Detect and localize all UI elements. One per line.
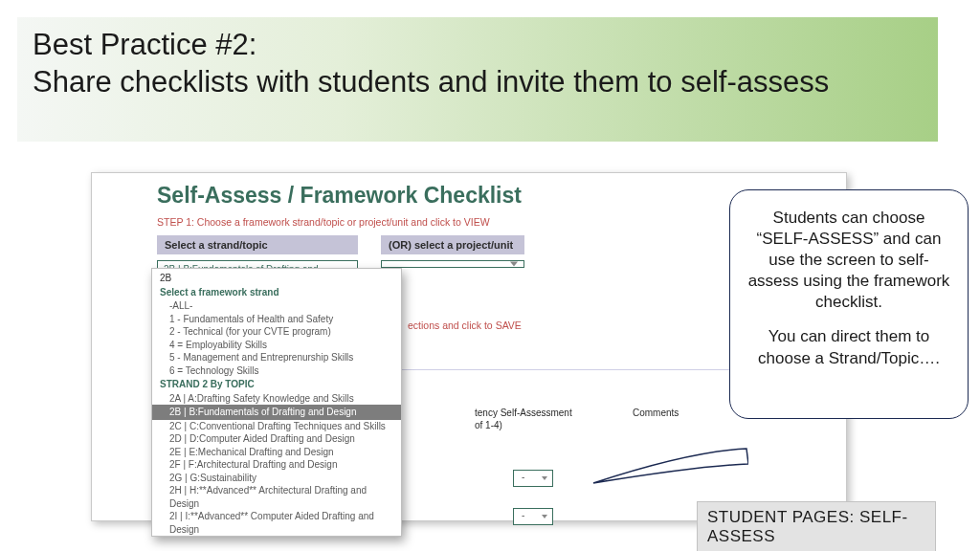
column-header-comments: Comments: [633, 408, 679, 418]
strand-select-label: Select a strand/topic: [157, 235, 358, 254]
callout-bubble: Students can choose “SELF-ASSESS” and ca…: [729, 189, 969, 419]
dropdown-option[interactable]: 2 - Technical (for your CVTE program): [152, 325, 401, 339]
dropdown-option[interactable]: 2D | D:Computer Aided Drafting and Desig…: [152, 432, 401, 446]
callout-p2: You can direct them to choose a Strand/T…: [746, 326, 952, 368]
project-select-block: (OR) select a project/unit: [381, 235, 524, 268]
callout-p1: Students can choose “SELF-ASSESS” and ca…: [746, 208, 952, 313]
dropdown-current: 2B: [152, 269, 401, 285]
dropdown-option[interactable]: 6 = Technology Skills: [152, 364, 401, 378]
dropdown-option[interactable]: 2E | E:Mechanical Drafting and Design: [152, 446, 401, 459]
panel-heading: Self-Assess / Framework Checklist: [157, 183, 825, 209]
strand-dropdown-list[interactable]: 2B Select a framework strand -ALL-1 - Fu…: [151, 268, 402, 537]
dropdown-option[interactable]: 1 - Fundamentals of Health and Safety: [152, 313, 401, 326]
callout-tail: [584, 447, 748, 485]
dropdown-option[interactable]: 2I | I:**Advanced** Computer Aided Draft…: [152, 510, 401, 536]
dropdown-option[interactable]: 2C | C:Conventional Drafting Techniques …: [152, 420, 401, 433]
column-header-competency: tency Self-Assessment of 1-4): [475, 408, 572, 431]
rating-value: -: [522, 510, 524, 520]
dropdown-option[interactable]: 4 = Employability Skills: [152, 339, 401, 352]
rating-select-1[interactable]: -: [513, 470, 553, 487]
rating-value: -: [522, 472, 524, 482]
rating-select-2[interactable]: -: [513, 508, 553, 525]
project-select-label: (OR) select a project/unit: [381, 235, 524, 254]
project-select[interactable]: [381, 260, 524, 268]
step-2-partial-text: ections and click to SAVE: [408, 320, 522, 331]
dropdown-option[interactable]: -ALL-: [152, 299, 401, 313]
footer-label: STUDENT PAGES: SELF-ASSESS: [697, 501, 936, 551]
slide-title: Best Practice #2: Share checklists with …: [17, 17, 938, 142]
dropdown-option[interactable]: 5 - Management and Entreprenurship Skill…: [152, 351, 401, 364]
dropdown-group-label: STRAND 2 By TOPIC: [152, 377, 401, 392]
dropdown-option[interactable]: 2H | H:**Advanced** Architectural Drafti…: [152, 484, 401, 510]
dropdown-option[interactable]: 2G | G:Sustainability: [152, 472, 401, 485]
dropdown-option[interactable]: 2F | F:Architectural Drafting and Design: [152, 458, 401, 472]
title-line-2: Share checklists with students and invit…: [33, 64, 923, 101]
dropdown-group-label: Select a framework strand: [152, 285, 401, 300]
title-line-1: Best Practice #2:: [33, 27, 923, 64]
dropdown-option[interactable]: 2A | A:Drafting Safety Knowledge and Ski…: [152, 392, 401, 406]
dropdown-option[interactable]: 2B | B:Fundamentals of Drafting and Desi…: [152, 405, 401, 420]
step-1-text: STEP 1: Choose a framework strand/topic …: [157, 216, 825, 228]
